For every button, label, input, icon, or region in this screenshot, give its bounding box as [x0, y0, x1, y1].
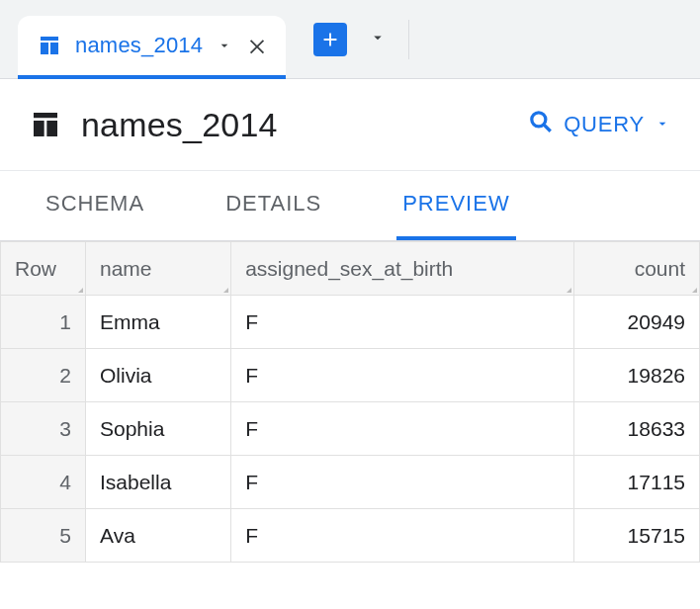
cell-count: 15715: [574, 509, 700, 563]
tab-preview[interactable]: PREVIEW: [396, 171, 515, 240]
cell-name: Olivia: [86, 349, 231, 402]
cell-name: Ava: [86, 509, 231, 563]
cell-row: 2: [1, 349, 86, 402]
search-icon: [528, 109, 554, 140]
cell-count: 20949: [574, 296, 700, 349]
new-tab-menu-caret-icon[interactable]: [369, 29, 387, 50]
table-row: 4IsabellaF17115: [1, 456, 700, 509]
document-tab[interactable]: names_2014: [18, 16, 286, 79]
tab-preview-label: PREVIEW: [402, 191, 509, 217]
col-header-name[interactable]: name: [86, 242, 231, 296]
close-tab-icon[interactable]: [246, 35, 268, 56]
new-tab-controls: [286, 20, 409, 59]
table-header-row: Row name assigned_sex_at_birth count: [1, 242, 700, 296]
cell-count: 19826: [574, 349, 700, 402]
table-icon: [38, 34, 61, 57]
query-button-label: QUERY: [564, 112, 645, 137]
query-button[interactable]: QUERY: [528, 109, 670, 140]
col-header-count[interactable]: count: [574, 242, 700, 296]
table-row: 2OliviaF19826: [1, 349, 700, 402]
cell-count: 17115: [574, 456, 700, 509]
tab-menu-caret-icon[interactable]: [217, 38, 232, 53]
table-row: 1EmmaF20949: [1, 296, 700, 349]
col-header-sex[interactable]: assigned_sex_at_birth: [231, 242, 574, 296]
col-header-row[interactable]: Row: [1, 242, 86, 296]
cell-sex: F: [231, 509, 574, 563]
cell-row: 3: [1, 402, 86, 456]
page-title: names_2014: [81, 106, 508, 144]
new-tab-button[interactable]: [313, 23, 347, 56]
cell-sex: F: [231, 456, 574, 509]
cell-sex: F: [231, 349, 574, 402]
cell-name: Sophia: [86, 402, 231, 456]
cell-sex: F: [231, 402, 574, 456]
table-row: 3SophiaF18633: [1, 402, 700, 456]
cell-name: Emma: [86, 296, 231, 349]
document-tab-bar: names_2014: [0, 0, 700, 79]
table-icon: [30, 109, 61, 140]
section-tabs: SCHEMA DETAILS PREVIEW: [0, 170, 700, 241]
query-caret-icon: [655, 112, 670, 137]
tab-schema-label: SCHEMA: [45, 191, 144, 217]
tab-schema[interactable]: SCHEMA: [40, 171, 150, 240]
cell-count: 18633: [574, 402, 700, 456]
divider: [408, 20, 409, 59]
document-tab-label: names_2014: [75, 33, 203, 58]
preview-table: Row name assigned_sex_at_birth count 1Em…: [0, 241, 700, 563]
cell-row: 1: [1, 296, 86, 349]
cell-sex: F: [231, 296, 574, 349]
title-bar: names_2014 QUERY: [0, 79, 700, 170]
cell-row: 5: [1, 509, 86, 563]
svg-point-0: [532, 113, 546, 127]
svg-line-1: [544, 125, 551, 131]
table-row: 5AvaF15715: [1, 509, 700, 563]
tab-details[interactable]: DETAILS: [219, 171, 327, 240]
cell-name: Isabella: [86, 456, 231, 509]
tab-details-label: DETAILS: [225, 191, 321, 217]
cell-row: 4: [1, 456, 86, 509]
